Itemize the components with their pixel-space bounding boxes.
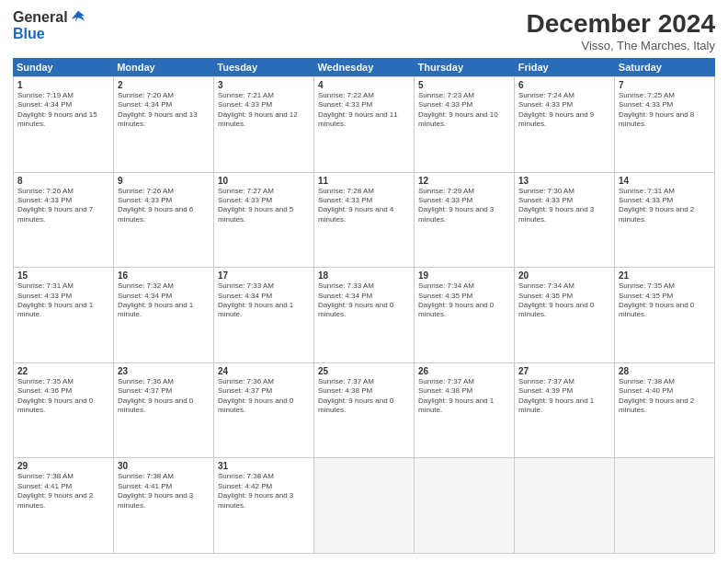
day-number: 24 — [218, 366, 310, 376]
day-number: 26 — [418, 366, 510, 376]
day-number: 30 — [118, 461, 210, 471]
cal-cell-empty-4-5 — [515, 458, 615, 553]
day-info: Sunrise: 7:38 AM Sunset: 4:42 PM Dayligh… — [218, 472, 310, 511]
day-number: 27 — [518, 366, 610, 376]
cal-cell-7: 7Sunrise: 7:25 AM Sunset: 4:33 PM Daylig… — [615, 77, 715, 172]
day-info: Sunrise: 7:38 AM Sunset: 4:41 PM Dayligh… — [17, 472, 109, 511]
day-number: 19 — [418, 270, 510, 281]
cal-cell-15: 15Sunrise: 7:31 AM Sunset: 4:33 PM Dayli… — [14, 268, 114, 362]
month-title: December 2024 — [527, 9, 715, 39]
cal-cell-2: 2Sunrise: 7:20 AM Sunset: 4:34 PM Daylig… — [114, 77, 214, 172]
day-info: Sunrise: 7:21 AM Sunset: 4:33 PM Dayligh… — [218, 91, 310, 130]
cal-cell-11: 11Sunrise: 7:28 AM Sunset: 4:33 PM Dayli… — [314, 173, 415, 268]
cal-cell-13: 13Sunrise: 7:30 AM Sunset: 4:33 PM Dayli… — [515, 173, 615, 268]
cal-cell-10: 10Sunrise: 7:27 AM Sunset: 4:33 PM Dayli… — [214, 173, 314, 268]
cal-cell-25: 25Sunrise: 7:37 AM Sunset: 4:38 PM Dayli… — [314, 363, 415, 458]
day-number: 1 — [17, 80, 109, 90]
cal-cell-14: 14Sunrise: 7:31 AM Sunset: 4:33 PM Dayli… — [615, 173, 715, 268]
day-info: Sunrise: 7:35 AM Sunset: 4:35 PM Dayligh… — [619, 282, 711, 320]
day-info: Sunrise: 7:34 AM Sunset: 4:35 PM Dayligh… — [518, 282, 610, 320]
day-info: Sunrise: 7:37 AM Sunset: 4:38 PM Dayligh… — [418, 377, 510, 416]
day-info: Sunrise: 7:34 AM Sunset: 4:35 PM Dayligh… — [418, 282, 510, 320]
cal-cell-8: 8Sunrise: 7:26 AM Sunset: 4:33 PM Daylig… — [14, 173, 114, 268]
day-number: 2 — [118, 80, 210, 90]
day-info: Sunrise: 7:35 AM Sunset: 4:36 PM Dayligh… — [17, 377, 109, 416]
day-info: Sunrise: 7:36 AM Sunset: 4:37 PM Dayligh… — [218, 377, 310, 416]
header-day-thursday: Thursday — [415, 58, 515, 76]
day-number: 7 — [619, 80, 711, 90]
day-info: Sunrise: 7:30 AM Sunset: 4:33 PM Dayligh… — [518, 187, 610, 225]
header-day-friday: Friday — [515, 58, 615, 76]
day-number: 9 — [118, 176, 210, 186]
logo-general-text: General — [13, 9, 68, 26]
day-info: Sunrise: 7:37 AM Sunset: 4:39 PM Dayligh… — [518, 377, 610, 416]
day-info: Sunrise: 7:20 AM Sunset: 4:34 PM Dayligh… — [118, 91, 210, 130]
cal-cell-empty-4-6 — [615, 458, 715, 553]
cal-cell-20: 20Sunrise: 7:34 AM Sunset: 4:35 PM Dayli… — [515, 268, 615, 362]
day-number: 14 — [619, 176, 711, 186]
svg-marker-0 — [71, 11, 84, 23]
day-info: Sunrise: 7:26 AM Sunset: 4:33 PM Dayligh… — [17, 187, 109, 225]
calendar-body: 1Sunrise: 7:19 AM Sunset: 4:34 PM Daylig… — [13, 76, 715, 554]
cal-cell-9: 9Sunrise: 7:26 AM Sunset: 4:33 PM Daylig… — [114, 173, 214, 268]
cal-cell-21: 21Sunrise: 7:35 AM Sunset: 4:35 PM Dayli… — [615, 268, 715, 362]
day-number: 13 — [518, 176, 610, 186]
day-number: 16 — [118, 270, 210, 281]
cal-cell-5: 5Sunrise: 7:23 AM Sunset: 4:33 PM Daylig… — [415, 77, 515, 172]
day-number: 6 — [518, 80, 610, 90]
cal-cell-23: 23Sunrise: 7:36 AM Sunset: 4:37 PM Dayli… — [114, 363, 214, 458]
day-info: Sunrise: 7:38 AM Sunset: 4:40 PM Dayligh… — [619, 377, 711, 416]
cal-cell-27: 27Sunrise: 7:37 AM Sunset: 4:39 PM Dayli… — [515, 363, 615, 458]
day-info: Sunrise: 7:22 AM Sunset: 4:33 PM Dayligh… — [318, 91, 410, 130]
day-number: 29 — [17, 461, 109, 471]
header-day-wednesday: Wednesday — [313, 58, 414, 76]
cal-cell-22: 22Sunrise: 7:35 AM Sunset: 4:36 PM Dayli… — [14, 363, 114, 458]
header-day-tuesday: Tuesday — [213, 58, 313, 76]
header-day-sunday: Sunday — [13, 58, 113, 76]
day-info: Sunrise: 7:19 AM Sunset: 4:34 PM Dayligh… — [17, 91, 109, 130]
day-number: 4 — [318, 80, 410, 90]
day-info: Sunrise: 7:31 AM Sunset: 4:33 PM Dayligh… — [17, 282, 109, 320]
day-info: Sunrise: 7:24 AM Sunset: 4:33 PM Dayligh… — [518, 91, 610, 130]
cal-cell-24: 24Sunrise: 7:36 AM Sunset: 4:37 PM Dayli… — [214, 363, 314, 458]
cal-cell-3: 3Sunrise: 7:21 AM Sunset: 4:33 PM Daylig… — [214, 77, 314, 172]
day-number: 11 — [318, 176, 410, 186]
logo-blue-text: Blue — [13, 26, 45, 41]
day-number: 12 — [418, 176, 510, 186]
header-day-saturday: Saturday — [615, 58, 715, 76]
header: General Blue December 2024 Visso, The Ma… — [13, 9, 715, 52]
day-number: 8 — [17, 176, 109, 186]
cal-cell-1: 1Sunrise: 7:19 AM Sunset: 4:34 PM Daylig… — [14, 77, 114, 172]
day-info: Sunrise: 7:36 AM Sunset: 4:37 PM Dayligh… — [118, 377, 210, 416]
day-info: Sunrise: 7:32 AM Sunset: 4:34 PM Dayligh… — [118, 282, 210, 320]
day-info: Sunrise: 7:38 AM Sunset: 4:41 PM Dayligh… — [118, 472, 210, 511]
cal-cell-4: 4Sunrise: 7:22 AM Sunset: 4:33 PM Daylig… — [314, 77, 415, 172]
day-number: 15 — [17, 270, 109, 281]
cal-cell-19: 19Sunrise: 7:34 AM Sunset: 4:35 PM Dayli… — [415, 268, 515, 362]
calendar-row-3: 15Sunrise: 7:31 AM Sunset: 4:33 PM Dayli… — [13, 267, 715, 362]
cal-cell-26: 26Sunrise: 7:37 AM Sunset: 4:38 PM Dayli… — [415, 363, 515, 458]
cal-cell-6: 6Sunrise: 7:24 AM Sunset: 4:33 PM Daylig… — [515, 77, 615, 172]
day-info: Sunrise: 7:28 AM Sunset: 4:33 PM Dayligh… — [318, 187, 410, 225]
day-info: Sunrise: 7:31 AM Sunset: 4:33 PM Dayligh… — [619, 187, 711, 225]
day-number: 25 — [318, 366, 410, 376]
cal-cell-16: 16Sunrise: 7:32 AM Sunset: 4:34 PM Dayli… — [114, 268, 214, 362]
logo: General Blue — [13, 9, 86, 42]
calendar-row-5: 29Sunrise: 7:38 AM Sunset: 4:41 PM Dayli… — [13, 457, 715, 554]
calendar-row-2: 8Sunrise: 7:26 AM Sunset: 4:33 PM Daylig… — [13, 172, 715, 268]
cal-cell-empty-4-3 — [314, 458, 415, 553]
day-info: Sunrise: 7:37 AM Sunset: 4:38 PM Dayligh… — [318, 377, 410, 416]
title-section: December 2024 Visso, The Marches, Italy — [527, 9, 715, 52]
day-number: 23 — [118, 366, 210, 376]
cal-cell-empty-4-4 — [415, 458, 515, 553]
day-number: 28 — [619, 366, 711, 376]
day-number: 5 — [418, 80, 510, 90]
cal-cell-28: 28Sunrise: 7:38 AM Sunset: 4:40 PM Dayli… — [615, 363, 715, 458]
page: General Blue December 2024 Visso, The Ma… — [0, 0, 728, 563]
cal-cell-30: 30Sunrise: 7:38 AM Sunset: 4:41 PM Dayli… — [114, 458, 214, 553]
day-number: 22 — [17, 366, 109, 376]
location: Visso, The Marches, Italy — [527, 39, 715, 52]
cal-cell-31: 31Sunrise: 7:38 AM Sunset: 4:42 PM Dayli… — [214, 458, 314, 553]
day-number: 20 — [518, 270, 610, 281]
cal-cell-17: 17Sunrise: 7:33 AM Sunset: 4:34 PM Dayli… — [214, 268, 314, 362]
